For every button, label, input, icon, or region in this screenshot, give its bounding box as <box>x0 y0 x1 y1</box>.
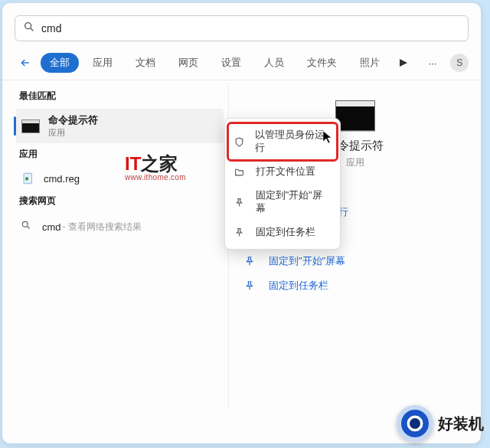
user-avatar[interactable]: S <box>450 54 469 72</box>
preview-app-icon <box>335 100 375 131</box>
web-header: 搜索网页 <box>16 190 224 214</box>
brand-text: 好装机 <box>438 414 484 434</box>
svg-line-7 <box>28 227 30 229</box>
folder-icon <box>234 167 250 177</box>
svg-point-0 <box>25 23 31 29</box>
back-button[interactable] <box>15 52 36 74</box>
tab-all[interactable]: 全部 <box>41 53 79 73</box>
action-pin-taskbar[interactable]: 固定到任务栏 <box>241 273 469 298</box>
svg-rect-5 <box>25 178 28 181</box>
filter-tabs: 全部 应用 文档 网页 设置 人员 文件夹 照片 ··· S <box>2 49 481 80</box>
result-web-search[interactable]: cmd - 查看网络搜索结果 <box>16 214 224 240</box>
ctx-label: 固定到"开始"屏幕 <box>256 189 331 215</box>
search-icon <box>21 220 34 234</box>
ctx-label: 以管理员身份运行 <box>255 129 331 155</box>
ctx-label: 打开文件位置 <box>256 165 315 178</box>
web-query: cmd <box>42 221 61 233</box>
svg-point-6 <box>22 221 28 227</box>
tab-web[interactable]: 网页 <box>169 53 207 73</box>
brand-badge: 好装机 <box>397 405 484 442</box>
result-app-item[interactable]: cmd.reg <box>16 167 224 190</box>
action-label: 固定到任务栏 <box>269 279 328 293</box>
pin-icon <box>244 280 261 291</box>
svg-marker-3 <box>400 59 407 67</box>
divider <box>2 80 481 80</box>
action-pin-start[interactable]: 固定到"开始"屏幕 <box>241 249 469 273</box>
svg-line-1 <box>31 28 33 31</box>
tab-apps[interactable]: 应用 <box>83 53 122 73</box>
search-icon <box>23 21 35 36</box>
brand-logo-icon <box>397 405 433 442</box>
search-window: cmd 全部 应用 文档 网页 设置 人员 文件夹 照片 ··· S 最佳匹配 … <box>2 3 481 443</box>
search-query-text: cmd <box>41 22 61 34</box>
tab-photos[interactable]: 照片 <box>351 53 389 73</box>
context-menu: 以管理员身份运行 打开文件位置 固定到"开始"屏幕 固定到任务栏 <box>224 118 341 250</box>
result-title: 命令提示符 <box>48 113 98 127</box>
pin-icon <box>244 256 261 267</box>
apps-header: 应用 <box>16 143 224 167</box>
result-subtitle: 应用 <box>48 127 98 139</box>
ctx-run-as-admin[interactable]: 以管理员身份运行 <box>228 123 337 160</box>
shield-icon <box>234 137 249 147</box>
pin-icon <box>234 227 250 237</box>
overflow-button[interactable]: ··· <box>423 57 443 69</box>
ctx-label: 固定到任务栏 <box>256 226 315 239</box>
tab-settings[interactable]: 设置 <box>212 53 250 73</box>
ctx-pin-start[interactable]: 固定到"开始"屏幕 <box>228 184 337 221</box>
more-tabs-button[interactable] <box>394 57 413 69</box>
svg-marker-10 <box>323 131 332 143</box>
results-pane: 最佳匹配 命令提示符 应用 应用 cmd.reg 搜索网页 <box>2 85 228 407</box>
result-best-match[interactable]: 命令提示符 应用 <box>16 109 224 143</box>
cmd-icon <box>21 118 41 135</box>
cursor-icon <box>323 131 332 146</box>
tab-people[interactable]: 人员 <box>255 53 293 73</box>
ctx-open-location[interactable]: 打开文件位置 <box>228 160 337 184</box>
reg-file-icon <box>21 172 36 185</box>
web-hint: - 查看网络搜索结果 <box>63 221 142 234</box>
ctx-pin-taskbar[interactable]: 固定到任务栏 <box>228 221 337 244</box>
pin-icon <box>234 198 250 208</box>
action-label: 固定到"开始"屏幕 <box>269 254 345 268</box>
result-title: cmd.reg <box>44 173 80 185</box>
tab-folders[interactable]: 文件夹 <box>298 53 346 73</box>
tab-docs[interactable]: 文档 <box>126 53 165 73</box>
search-input-container[interactable]: cmd <box>15 15 469 41</box>
best-match-header: 最佳匹配 <box>16 85 224 109</box>
